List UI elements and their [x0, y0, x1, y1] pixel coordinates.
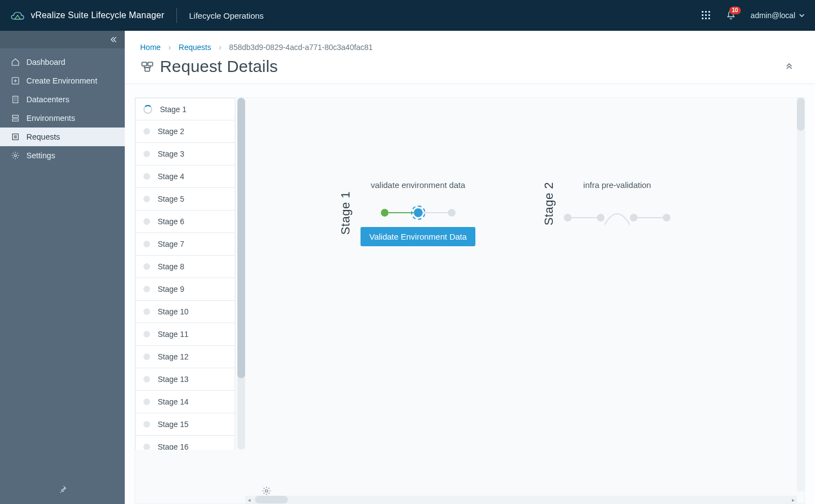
flow-canvas[interactable]: Stage 1 validate environment data Valida…: [245, 98, 805, 503]
chevron-down-icon: [799, 12, 805, 19]
svg-point-21: [265, 490, 268, 492]
workspace: Stage 1Stage 2Stage 3Stage 4Stage 5Stage…: [125, 84, 815, 504]
scrollbar-thumb[interactable]: [255, 496, 288, 503]
stage-list-item[interactable]: Stage 6: [135, 211, 235, 233]
stage-status-dot: [143, 241, 150, 247]
user-label: admin@local: [751, 11, 795, 20]
svg-point-17: [14, 154, 16, 157]
app-header: vRealize Suite Lifecycle Manager Lifecyc…: [0, 0, 815, 31]
stage-status-dot: [143, 151, 150, 157]
collapse-panel-button[interactable]: [784, 60, 800, 73]
stage-list-item[interactable]: Stage 14: [135, 391, 235, 413]
stage-label: Stage 9: [158, 285, 184, 293]
collapse-sidebar-icon[interactable]: [108, 35, 118, 45]
pin-icon[interactable]: [58, 484, 68, 494]
sidebar-item-label: Settings: [26, 151, 55, 160]
svg-rect-11: [708, 18, 710, 19]
stage-label: Stage 3: [158, 149, 184, 158]
stage-list-item[interactable]: Stage 13: [135, 368, 235, 391]
sidebar-item-settings[interactable]: Settings: [0, 146, 125, 165]
flow-node-pending[interactable]: [564, 214, 572, 221]
validate-environment-button[interactable]: Validate Environment Data: [361, 227, 475, 246]
svg-rect-18: [142, 62, 147, 66]
breadcrumb-requests[interactable]: Requests: [179, 43, 211, 52]
stage-list-item[interactable]: Stage 11: [135, 323, 235, 346]
svg-rect-20: [145, 68, 150, 71]
canvas-settings-button[interactable]: [262, 486, 271, 498]
stage-label: Stage 7: [158, 240, 184, 248]
apps-grid-icon[interactable]: [701, 10, 711, 20]
header-actions: 10 admin@local: [701, 10, 805, 21]
svg-rect-15: [13, 119, 19, 121]
stage-status-dot: [143, 173, 150, 180]
stage-label: Stage 5: [158, 195, 184, 203]
sidebar-item-environments[interactable]: Environments: [0, 109, 125, 128]
svg-rect-8: [708, 14, 710, 16]
flow-node-pending[interactable]: [630, 214, 637, 221]
flow-edge: [572, 217, 597, 218]
canvas-vertical-scrollbar[interactable]: [797, 98, 805, 491]
user-menu[interactable]: admin@local: [751, 11, 805, 20]
sidebar-item-requests[interactable]: Requests: [0, 128, 125, 146]
stage-status-dot: [143, 444, 150, 450]
stage-vertical-label: Stage 2: [542, 182, 556, 225]
stage-list-item[interactable]: Stage 12: [135, 346, 235, 368]
sidebar-item-create-environment[interactable]: Create Environment: [0, 71, 125, 90]
notification-badge: 10: [729, 7, 741, 14]
gear-icon: [262, 486, 271, 496]
stage-label: Stage 16: [158, 442, 188, 450]
stage-list-item[interactable]: Stage 7: [135, 233, 235, 256]
plus-box-icon: [11, 76, 20, 85]
section-title[interactable]: Lifecycle Operations: [189, 11, 264, 20]
breadcrumb-home[interactable]: Home: [140, 43, 160, 52]
svg-rect-9: [702, 18, 703, 19]
stage-status-dot: [143, 398, 150, 405]
svg-rect-3: [702, 11, 703, 13]
flow-node-complete[interactable]: [381, 209, 389, 217]
flow-title: infra pre-validation: [583, 180, 651, 190]
scrollbar-thumb[interactable]: [797, 98, 805, 131]
flow-node-pending[interactable]: [448, 209, 456, 217]
stage-status-dot: [143, 376, 150, 383]
spinner-icon: [143, 105, 152, 114]
stage-list-item[interactable]: Stage 5: [135, 188, 235, 211]
stage-list-item[interactable]: Stage 3: [135, 143, 235, 165]
stage-vertical-label: Stage 1: [339, 191, 353, 235]
logo-icon: [10, 9, 25, 21]
stage-label: Stage 13: [158, 375, 188, 384]
svg-rect-10: [705, 18, 707, 19]
svg-rect-4: [705, 11, 707, 13]
flow-node-pending[interactable]: [663, 214, 670, 221]
stage-list-item[interactable]: Stage 10: [135, 301, 235, 323]
stage-list-item[interactable]: Stage 15: [135, 413, 235, 436]
stage-label: Stage 6: [158, 217, 184, 226]
scrollbar-thumb[interactable]: [237, 98, 245, 378]
flow-node-pending[interactable]: [597, 214, 605, 221]
stage-list-item[interactable]: Stage 4: [135, 165, 235, 188]
stage-list-item[interactable]: Stage 16: [135, 436, 235, 450]
request-icon: [140, 59, 154, 74]
home-icon: [11, 58, 20, 67]
canvas-horizontal-scrollbar[interactable]: ◂ ▸: [245, 496, 797, 503]
workspace-inner: Stage 1Stage 2Stage 3Stage 4Stage 5Stage…: [135, 97, 805, 504]
stage-status-dot: [143, 308, 150, 315]
stage-label: Stage 1: [160, 105, 186, 114]
stage-status-dot: [143, 128, 150, 135]
stage-list-item[interactable]: Stage 2: [135, 120, 235, 143]
stage-list-item[interactable]: Stage 9: [135, 278, 235, 301]
stage-status-dot: [143, 331, 150, 337]
stage-list-scrollbar[interactable]: [237, 98, 245, 450]
scroll-left-arrow[interactable]: ◂: [245, 497, 253, 503]
notifications-icon[interactable]: 10: [725, 10, 736, 21]
stage-label: Stage 15: [158, 420, 188, 429]
flow-nodes: [564, 208, 670, 227]
stage-list-item[interactable]: Stage 8: [135, 256, 235, 278]
sidebar-item-datacenters[interactable]: Datacenters: [0, 90, 125, 109]
scroll-right-arrow[interactable]: ▸: [789, 497, 797, 503]
flow-node-active[interactable]: [414, 208, 423, 217]
building-icon: [11, 95, 20, 104]
svg-point-0: [15, 18, 16, 19]
sidebar-item-dashboard[interactable]: Dashboard: [0, 53, 125, 71]
svg-rect-7: [705, 14, 707, 16]
stage-list-item[interactable]: Stage 1: [135, 98, 235, 120]
